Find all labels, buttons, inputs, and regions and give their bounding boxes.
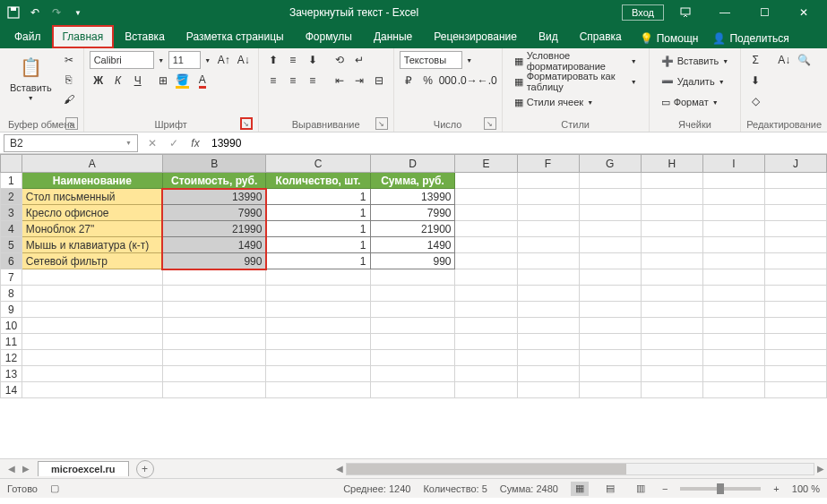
login-button[interactable]: Вход bbox=[622, 4, 664, 21]
cell[interactable] bbox=[579, 302, 641, 318]
tell-me[interactable]: 💡Помощн bbox=[633, 29, 706, 48]
tab-view[interactable]: Вид bbox=[528, 25, 569, 48]
cell[interactable] bbox=[455, 253, 517, 269]
fx-icon[interactable]: fx bbox=[185, 134, 206, 152]
scroll-left-icon[interactable]: ◀ bbox=[333, 463, 346, 475]
cell[interactable] bbox=[266, 334, 370, 350]
cell[interactable] bbox=[370, 366, 455, 382]
cell[interactable]: Сумма, руб. bbox=[370, 173, 455, 189]
cell[interactable] bbox=[266, 350, 370, 366]
row-header[interactable]: 13 bbox=[1, 366, 22, 382]
cell[interactable] bbox=[266, 318, 370, 334]
cell[interactable] bbox=[370, 302, 455, 318]
align-left-icon[interactable]: ≡ bbox=[264, 72, 282, 90]
cell[interactable] bbox=[370, 334, 455, 350]
orientation-icon[interactable]: ⟲ bbox=[331, 51, 349, 69]
percent-icon[interactable]: % bbox=[419, 72, 437, 90]
cell[interactable] bbox=[764, 237, 826, 253]
cell[interactable] bbox=[641, 221, 702, 237]
cell[interactable] bbox=[455, 318, 517, 334]
cell[interactable] bbox=[702, 382, 764, 398]
cell[interactable] bbox=[370, 269, 455, 286]
cell[interactable] bbox=[641, 173, 702, 189]
cell[interactable] bbox=[266, 269, 370, 286]
cell[interactable] bbox=[455, 286, 517, 302]
chevron-down-icon[interactable]: ▼ bbox=[202, 51, 213, 69]
normal-view-icon[interactable]: ▦ bbox=[571, 482, 589, 496]
undo-icon[interactable]: ↶ bbox=[27, 4, 43, 21]
cell[interactable] bbox=[455, 237, 517, 253]
cell[interactable]: 1 bbox=[266, 237, 370, 253]
cell[interactable] bbox=[764, 253, 826, 269]
cell[interactable] bbox=[22, 302, 162, 318]
cell[interactable] bbox=[517, 350, 579, 366]
underline-button[interactable]: Ч bbox=[129, 72, 147, 90]
copy-icon[interactable]: ⎘ bbox=[60, 71, 78, 89]
align-right-icon[interactable]: ≡ bbox=[304, 72, 322, 90]
zoom-out-icon[interactable]: − bbox=[662, 483, 668, 494]
conditional-formatting-button[interactable]: ▦Условное форматирование▼ bbox=[508, 51, 643, 71]
align-center-icon[interactable]: ≡ bbox=[284, 72, 302, 90]
scroll-right-icon[interactable]: ▶ bbox=[814, 463, 827, 475]
cell[interactable] bbox=[764, 269, 826, 286]
cell[interactable] bbox=[455, 366, 517, 382]
cell[interactable] bbox=[517, 173, 579, 189]
cell[interactable] bbox=[162, 382, 266, 398]
cell[interactable] bbox=[702, 334, 764, 350]
cell[interactable]: 1 bbox=[266, 221, 370, 237]
tab-insert[interactable]: Вставка bbox=[114, 25, 176, 48]
cell[interactable] bbox=[702, 221, 764, 237]
cell[interactable] bbox=[764, 366, 826, 382]
row-header[interactable]: 4 bbox=[1, 221, 22, 237]
chevron-down-icon[interactable]: ▼ bbox=[464, 51, 475, 69]
cell[interactable] bbox=[641, 253, 702, 269]
cell[interactable] bbox=[641, 366, 702, 382]
cell[interactable] bbox=[579, 237, 641, 253]
cell[interactable] bbox=[702, 286, 764, 302]
cell[interactable] bbox=[370, 318, 455, 334]
currency-icon[interactable]: ₽ bbox=[400, 72, 418, 90]
tab-file[interactable]: Файл bbox=[4, 25, 52, 48]
cell[interactable] bbox=[517, 237, 579, 253]
cell[interactable] bbox=[764, 173, 826, 189]
paste-button[interactable]: 📋 Вставить ▼ bbox=[5, 51, 56, 104]
cell[interactable] bbox=[641, 189, 702, 205]
cell[interactable] bbox=[579, 366, 641, 382]
autosum-icon[interactable]: Σ bbox=[746, 51, 764, 69]
cell[interactable] bbox=[764, 189, 826, 205]
cell[interactable] bbox=[641, 286, 702, 302]
qat-customize-icon[interactable]: ▼ bbox=[70, 4, 86, 21]
cell[interactable]: 13990 bbox=[162, 189, 266, 205]
cell[interactable] bbox=[641, 334, 702, 350]
cell[interactable]: Количество, шт. bbox=[266, 173, 370, 189]
cell[interactable] bbox=[702, 318, 764, 334]
cell[interactable] bbox=[455, 302, 517, 318]
cell[interactable]: 1490 bbox=[370, 237, 455, 253]
cell[interactable] bbox=[579, 189, 641, 205]
cell[interactable] bbox=[517, 205, 579, 221]
cell[interactable]: 7990 bbox=[162, 205, 266, 221]
tab-review[interactable]: Рецензирование bbox=[423, 25, 528, 48]
cell[interactable] bbox=[579, 269, 641, 286]
cell[interactable] bbox=[764, 334, 826, 350]
cell[interactable] bbox=[579, 334, 641, 350]
zoom-slider[interactable] bbox=[680, 487, 761, 491]
cell[interactable] bbox=[702, 205, 764, 221]
cell[interactable] bbox=[370, 286, 455, 302]
increase-font-icon[interactable]: A↑ bbox=[215, 51, 233, 69]
cell[interactable] bbox=[22, 382, 162, 398]
close-icon[interactable]: ✕ bbox=[786, 0, 822, 25]
cell[interactable]: Стол письменный bbox=[22, 189, 162, 205]
cell[interactable]: Сетевой фильтр bbox=[22, 253, 162, 269]
cell[interactable] bbox=[22, 334, 162, 350]
tab-help[interactable]: Справка bbox=[569, 25, 633, 48]
cell[interactable] bbox=[517, 334, 579, 350]
redo-icon[interactable]: ↷ bbox=[48, 4, 65, 21]
row-header[interactable]: 8 bbox=[1, 286, 22, 302]
cell[interactable] bbox=[455, 382, 517, 398]
zoom-in-icon[interactable]: + bbox=[773, 483, 779, 494]
cell[interactable]: 13990 bbox=[370, 189, 455, 205]
cell[interactable] bbox=[162, 302, 266, 318]
row-header[interactable]: 12 bbox=[1, 350, 22, 366]
cell[interactable] bbox=[579, 205, 641, 221]
